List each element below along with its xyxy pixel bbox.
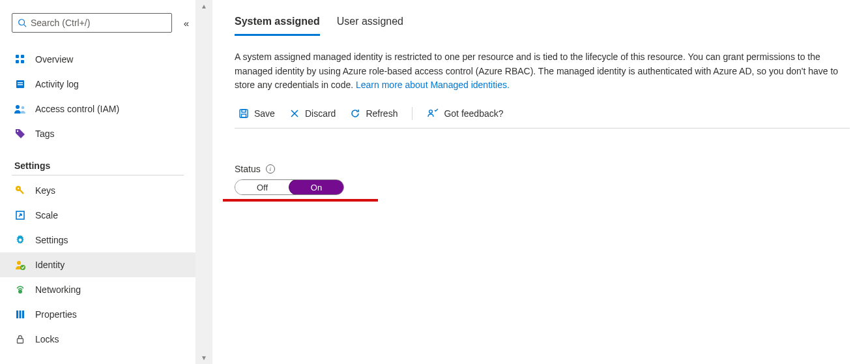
button-label: Got feedback?: [444, 108, 503, 119]
sidebar-item-label: Identity: [35, 260, 65, 270]
svg-rect-25: [240, 110, 248, 117]
search-icon: [18, 18, 27, 27]
tab-system-assigned[interactable]: System assigned: [235, 16, 320, 36]
svg-rect-24: [18, 339, 23, 343]
locks-icon: [14, 333, 26, 345]
settings-icon: [14, 234, 26, 246]
svg-point-10: [22, 106, 25, 110]
sidebar-item-keys[interactable]: Keys: [12, 178, 184, 203]
search-input-wrapper[interactable]: [12, 13, 172, 33]
svg-point-11: [17, 130, 18, 132]
svg-point-9: [16, 105, 20, 109]
tags-icon: [14, 128, 26, 140]
svg-point-30: [429, 110, 433, 114]
svg-rect-8: [18, 84, 23, 85]
tab-user-assigned[interactable]: User assigned: [337, 16, 403, 36]
toolbar-separator: [412, 107, 412, 120]
save-button[interactable]: Save: [235, 106, 279, 121]
scroll-down-icon[interactable]: ▼: [195, 354, 212, 361]
refresh-icon: [350, 108, 360, 119]
sidebar: « Overview Activity log Access control (…: [0, 0, 195, 364]
svg-point-20: [18, 290, 22, 294]
sidebar-item-tags[interactable]: Tags: [12, 121, 184, 146]
sidebar-item-label: Tags: [35, 129, 55, 139]
toggle-on[interactable]: On: [289, 179, 344, 195]
search-input[interactable]: [31, 18, 166, 28]
sidebar-item-label: Settings: [35, 235, 68, 245]
sidebar-menu: Overview Activity log Access control (IA…: [12, 47, 195, 352]
svg-rect-21: [16, 311, 18, 318]
scroll-up-icon[interactable]: ▲: [195, 3, 212, 10]
svg-point-17: [19, 239, 22, 242]
divider: [12, 175, 184, 175]
svg-rect-4: [16, 60, 19, 63]
sidebar-item-activity-log[interactable]: Activity log: [12, 72, 184, 97]
description-text: A system assigned managed identity is re…: [235, 50, 847, 93]
toggle-off[interactable]: Off: [235, 180, 289, 194]
button-label: Refresh: [366, 108, 398, 119]
networking-icon: [14, 284, 26, 296]
button-label: Discard: [305, 108, 336, 119]
sidebar-item-networking[interactable]: Networking: [12, 277, 184, 302]
sidebar-scrollbar[interactable]: ▲ ▼: [195, 0, 212, 364]
sidebar-item-overview[interactable]: Overview: [12, 47, 184, 72]
svg-rect-3: [21, 55, 24, 58]
main-content: System assigned User assigned A system a…: [212, 0, 868, 364]
sidebar-item-identity[interactable]: Identity: [0, 252, 195, 277]
svg-rect-5: [21, 60, 24, 63]
svg-line-1: [24, 25, 27, 27]
svg-point-0: [19, 20, 25, 25]
svg-rect-13: [20, 189, 24, 194]
overview-icon: [14, 53, 26, 65]
scale-icon: [14, 209, 26, 221]
command-bar: Save Discard Refresh Got feedback?: [235, 106, 850, 129]
discard-icon: [289, 108, 300, 119]
sidebar-item-label: Properties: [35, 309, 77, 320]
refresh-button[interactable]: Refresh: [346, 106, 401, 121]
sidebar-item-label: Activity log: [35, 79, 79, 89]
svg-rect-7: [18, 82, 23, 83]
svg-rect-22: [20, 311, 22, 318]
activity-log-icon: [14, 78, 26, 90]
feedback-icon: [427, 108, 439, 119]
sidebar-item-label: Keys: [35, 185, 55, 196]
status-toggle[interactable]: Off On: [235, 179, 344, 195]
sidebar-item-access-control[interactable]: Access control (IAM): [12, 97, 184, 121]
identity-tabs: System assigned User assigned: [235, 16, 850, 36]
sidebar-section-settings: Settings: [14, 160, 184, 171]
svg-rect-27: [242, 114, 246, 117]
sidebar-item-label: Scale: [35, 210, 58, 220]
keys-icon: [14, 185, 26, 196]
properties-icon: [14, 309, 26, 320]
save-icon: [239, 108, 249, 119]
sidebar-item-scale[interactable]: Scale: [12, 203, 184, 228]
sidebar-item-label: Overview: [35, 54, 73, 65]
sidebar-item-locks[interactable]: Locks: [12, 327, 184, 352]
collapse-sidebar-button[interactable]: «: [184, 18, 189, 29]
svg-point-18: [17, 261, 21, 265]
learn-more-link[interactable]: Learn more about Managed identities.: [356, 80, 510, 90]
discard-button[interactable]: Discard: [285, 106, 340, 121]
feedback-button[interactable]: Got feedback?: [423, 106, 507, 121]
info-icon[interactable]: i: [266, 164, 275, 174]
sidebar-item-settings[interactable]: Settings: [12, 228, 184, 252]
access-control-icon: [14, 103, 26, 115]
description-body: A system assigned managed identity is re…: [235, 52, 838, 90]
sidebar-item-label: Locks: [35, 334, 59, 344]
svg-rect-2: [16, 55, 19, 58]
identity-icon: [14, 259, 26, 271]
status-label: Status: [235, 164, 261, 174]
annotation-highlight: [223, 199, 378, 202]
sidebar-item-properties[interactable]: Properties: [12, 302, 184, 327]
svg-rect-23: [22, 311, 24, 318]
sidebar-item-label: Networking: [35, 284, 81, 295]
status-field: Status i Off On: [235, 164, 850, 202]
button-label: Save: [254, 108, 275, 119]
svg-rect-26: [242, 110, 246, 112]
sidebar-item-label: Access control (IAM): [35, 104, 119, 114]
svg-point-14: [18, 188, 19, 189]
